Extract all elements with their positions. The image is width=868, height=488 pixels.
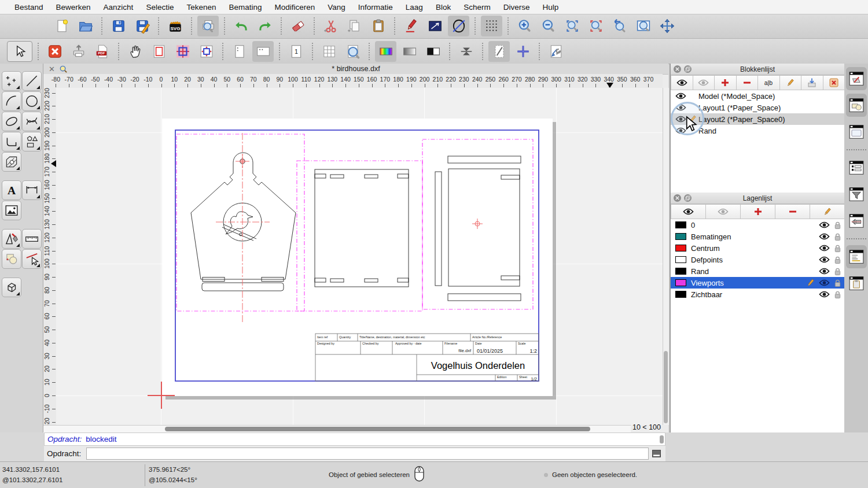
copy-button[interactable] [344, 16, 365, 36]
menu-modificeren[interactable]: Modificeren [269, 3, 322, 12]
save-button[interactable] [108, 16, 129, 36]
page-number-button[interactable]: 1 [285, 41, 307, 62]
vertical-scrollbar-thumb[interactable] [664, 351, 668, 423]
grid-dots-button[interactable] [481, 16, 502, 36]
layer-row[interactable]: Centrum [671, 242, 844, 254]
drawing-canvas[interactable]: Item ref Quantity Title/Name, destinatio… [56, 88, 663, 425]
panel-close-button[interactable] [674, 65, 681, 73]
draft-mode-button[interactable] [488, 41, 510, 62]
visibility-eye-icon[interactable] [819, 267, 830, 275]
select-arrow-button[interactable] [7, 41, 32, 62]
visibility-eye-icon[interactable] [819, 290, 830, 298]
menu-laag[interactable]: Laag [399, 3, 429, 12]
menu-selectie[interactable]: Selectie [139, 3, 180, 12]
new-file-button[interactable] [51, 16, 72, 36]
paper-border-button[interactable] [148, 41, 170, 62]
text-tool-button[interactable]: A [2, 180, 21, 200]
print-export-button[interactable] [68, 41, 89, 62]
library-window-button[interactable] [846, 120, 867, 143]
show-all-eye-button[interactable] [671, 204, 706, 219]
dimension-tool-button[interactable] [22, 180, 42, 200]
polyline-tool-button[interactable] [2, 132, 21, 151]
lock-icon[interactable] [834, 290, 841, 299]
redo-button[interactable] [254, 16, 275, 36]
add-layer-button[interactable] [740, 204, 775, 219]
layer-row[interactable]: Viewports [671, 277, 844, 289]
compress-button[interactable] [455, 41, 477, 62]
viewport-cross-button[interactable] [172, 41, 193, 62]
box-back-part[interactable] [435, 156, 521, 301]
ellipse-line-button[interactable] [448, 16, 469, 36]
horizontal-scrollbar[interactable] [43, 425, 631, 433]
save-as-button[interactable] [131, 16, 153, 36]
box-side-part[interactable] [315, 169, 409, 287]
visibility-eye-icon[interactable] [819, 256, 830, 264]
layer-row[interactable]: Bematingen [671, 231, 844, 242]
remove-layer-button[interactable] [775, 204, 810, 219]
viewport-fit-button[interactable] [196, 41, 217, 62]
menu-informatie[interactable]: Informatie [352, 3, 399, 12]
order-tool-button[interactable] [2, 249, 21, 269]
draw-pen-button[interactable] [400, 16, 422, 36]
command-input[interactable] [86, 448, 649, 460]
reference-window-button[interactable] [846, 209, 867, 232]
clipboard-window-button[interactable] [846, 272, 867, 295]
line-tool-button[interactable] [22, 71, 42, 91]
list-window-button[interactable] [846, 156, 867, 179]
points-tool-button[interactable] [2, 71, 21, 91]
rename-block-button[interactable]: a|b [757, 75, 780, 90]
menu-bestand[interactable]: Bestand [8, 3, 50, 12]
show-all-eye-button[interactable] [671, 75, 693, 90]
ellipse-tool-button[interactable] [2, 112, 21, 131]
zoom-auto-button[interactable] [561, 16, 583, 36]
command-window-button[interactable] [846, 245, 867, 268]
spline-tool-button[interactable] [22, 112, 42, 131]
delete-block-button[interactable] [823, 75, 845, 90]
crosshair-button[interactable] [512, 41, 534, 62]
menu-bemating[interactable]: Bemating [222, 3, 268, 12]
vertical-scrollbar[interactable] [663, 88, 669, 425]
panel-float-button[interactable] [684, 194, 692, 202]
eraser-button[interactable] [287, 16, 308, 36]
pdf-export-button[interactable]: PDF [91, 41, 113, 62]
cut-button[interactable] [320, 16, 341, 36]
pan-hand-button[interactable] [124, 41, 146, 62]
command-toggle-icon[interactable] [652, 450, 662, 457]
bw-mode-button[interactable] [422, 41, 444, 62]
color-mode-button[interactable] [375, 41, 396, 62]
close-block-edit-button[interactable] [44, 41, 65, 62]
gray-mode-button[interactable] [399, 41, 420, 62]
visibility-eye-icon[interactable] [819, 221, 830, 229]
pen-window-button[interactable] [846, 67, 867, 90]
svg-export-button[interactable]: SVG [164, 16, 186, 36]
title-block[interactable] [315, 334, 539, 381]
remove-block-button[interactable] [736, 75, 759, 90]
layer-row[interactable]: Defpoints [671, 254, 844, 265]
image-tool-button[interactable] [2, 201, 21, 220]
shapes-window-button[interactable] [846, 94, 867, 117]
zoom-out-button[interactable] [538, 16, 559, 36]
menu-scherm[interactable]: Scherm [457, 3, 497, 12]
hatch-tool-button[interactable] [2, 152, 21, 172]
print-preview-button[interactable] [197, 16, 219, 36]
add-block-button[interactable] [714, 75, 737, 90]
menu-vang[interactable]: Vang [321, 3, 352, 12]
lock-icon[interactable] [834, 256, 841, 264]
menu-tekenen[interactable]: Tekenen [180, 3, 222, 12]
layer-row[interactable]: 0 [671, 219, 844, 231]
filter-window-button[interactable] [846, 183, 867, 206]
horizontal-scrollbar-thumb[interactable] [165, 427, 590, 431]
menu-diverse[interactable]: Diverse [497, 3, 536, 12]
visibility-eye-icon[interactable] [819, 232, 830, 241]
lock-icon[interactable] [834, 279, 841, 287]
zoom-page-button[interactable] [342, 41, 363, 62]
block-row[interactable]: Model (*Model_Space) [671, 90, 844, 102]
lock-icon[interactable] [834, 232, 841, 241]
zoom-window-button[interactable] [632, 16, 654, 36]
layer-row[interactable]: Zichtbaar [671, 289, 844, 300]
solid-3d-tool-button[interactable] [2, 278, 21, 297]
lock-icon[interactable] [834, 244, 841, 253]
drawing-content[interactable]: Item ref Quantity Title/Name, destinatio… [162, 119, 553, 396]
line-settings-button[interactable] [424, 16, 446, 36]
lock-icon[interactable] [834, 267, 841, 276]
